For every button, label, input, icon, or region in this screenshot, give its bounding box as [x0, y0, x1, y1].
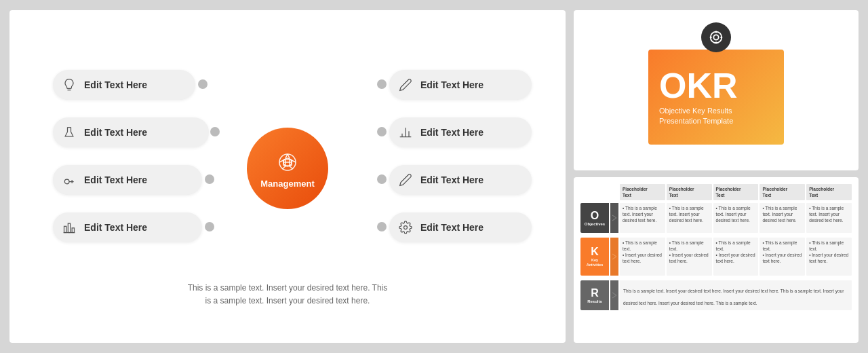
pill-tr2[interactable]: Edit Text Here — [389, 117, 532, 147]
pill-tl3-text: Edit Text Here — [84, 174, 147, 185]
flask-icon — [60, 123, 79, 142]
pill-tl3[interactable]: Edit Text Here — [53, 165, 202, 195]
okr-card: OKR Objective Key Results Presentation T… — [648, 50, 784, 145]
connector-tr2 — [377, 127, 387, 136]
connector-tr3 — [377, 174, 387, 184]
pill-tr2-text: Edit Text Here — [420, 127, 484, 138]
pill-tr3[interactable]: Edit Text Here — [389, 165, 532, 195]
col-header-5: PlaceholderText — [806, 184, 852, 200]
app-wrapper: Edit Text Here Edit Text Here — [0, 0, 868, 353]
pill-tr1[interactable]: Edit Text Here — [389, 70, 532, 100]
connector-tl3 — [205, 174, 214, 184]
svg-rect-5 — [72, 228, 74, 233]
r-cell: This is a sample text. Insert your desir… — [620, 280, 852, 310]
center-label: Management — [260, 179, 314, 189]
key-icon — [60, 170, 79, 189]
pill-tr3-text: Edit Text Here — [420, 174, 484, 185]
pill-tl2[interactable]: Edit Text Here — [53, 117, 209, 147]
pencil-icon — [396, 75, 415, 94]
pill-tl2-text: Edit Text Here — [84, 127, 147, 138]
pill-tr4-text: Edit Text Here — [420, 222, 484, 233]
pill-tr4[interactable]: Edit Text Here — [389, 212, 532, 242]
chart-icon — [396, 123, 415, 142]
table-row-o: O Objectives • This is a sample text. In… — [580, 203, 852, 233]
o-cells: • This is a sample text. Insert your des… — [620, 203, 852, 233]
k-cell-2: • This is a sample text.• Insert your de… — [667, 238, 712, 276]
svg-point-2 — [64, 179, 69, 184]
center-circle: Management — [247, 128, 328, 209]
slide-okr: OKR Objective Key Results Presentation T… — [574, 10, 859, 170]
table-row-r: R Results This is a sample text. Insert … — [580, 280, 852, 310]
pill-tl1-text: Edit Text Here — [84, 79, 147, 90]
pill-tl4-text: Edit Text Here — [84, 222, 147, 233]
o-cell-4: • This is a sample text. Insert your des… — [760, 203, 805, 233]
table-inner: PlaceholderText PlaceholderText Placehol… — [580, 184, 852, 337]
edit-icon — [396, 170, 415, 189]
k-cell-5: • This is a sample text.• Insert your de… — [806, 238, 852, 276]
connector-tl2 — [210, 127, 220, 136]
pill-tr1-text: Edit Text Here — [420, 79, 484, 90]
k-cell-3: • This is a sample text.• Insert your de… — [713, 238, 759, 276]
connector-tl4 — [205, 222, 214, 231]
connector-tl1 — [198, 79, 208, 89]
svg-point-11 — [404, 226, 408, 229]
table-row-k: K KeyActivities • This is a sample text.… — [580, 238, 852, 276]
col-header-2: PlaceholderText — [667, 184, 712, 200]
o-cell-3: • This is a sample text. Insert your des… — [713, 203, 759, 233]
k-cells: • This is a sample text.• Insert your de… — [620, 238, 852, 276]
svg-point-18 — [711, 32, 722, 43]
okr-sub: Objective Key Results Presentation Templ… — [659, 106, 733, 127]
o-cell-2: • This is a sample text. Insert your des… — [667, 203, 712, 233]
label-r: R Results — [580, 280, 609, 310]
label-o: O Objectives — [580, 203, 609, 233]
right-panel: OKR Objective Key Results Presentation T… — [574, 10, 859, 343]
slide-mindmap: Edit Text Here Edit Text Here — [9, 10, 566, 343]
svg-rect-4 — [68, 223, 70, 232]
bottom-text: This is a sample text. Insert your desir… — [186, 282, 389, 308]
k-cell-4: • This is a sample text.• Insert your de… — [760, 238, 805, 276]
pill-tl4[interactable]: Edit Text Here — [53, 212, 202, 242]
label-k: K KeyActivities — [580, 238, 609, 276]
o-cell-1: • This is a sample text. Insert your des… — [620, 203, 665, 233]
pill-tl1[interactable]: Edit Text Here — [53, 70, 195, 100]
gear-icon — [396, 218, 415, 237]
okr-title: OKR — [659, 68, 738, 103]
o-cell-5: • This is a sample text. Insert your des… — [806, 203, 852, 233]
col-header-1: PlaceholderText — [620, 184, 665, 200]
city-icon — [60, 218, 79, 237]
k-cell-1: • This is a sample text.• Insert your de… — [620, 238, 665, 276]
slide-table: PlaceholderText PlaceholderText Placehol… — [574, 177, 859, 343]
col-header-3: PlaceholderText — [713, 184, 759, 200]
connector-tr1 — [377, 79, 387, 89]
lightbulb-icon — [60, 75, 79, 94]
connector-tr4 — [377, 222, 387, 231]
svg-rect-3 — [64, 226, 66, 232]
okr-top-icon — [701, 22, 731, 52]
svg-point-19 — [713, 35, 718, 39]
col-header-4: PlaceholderText — [760, 184, 805, 200]
